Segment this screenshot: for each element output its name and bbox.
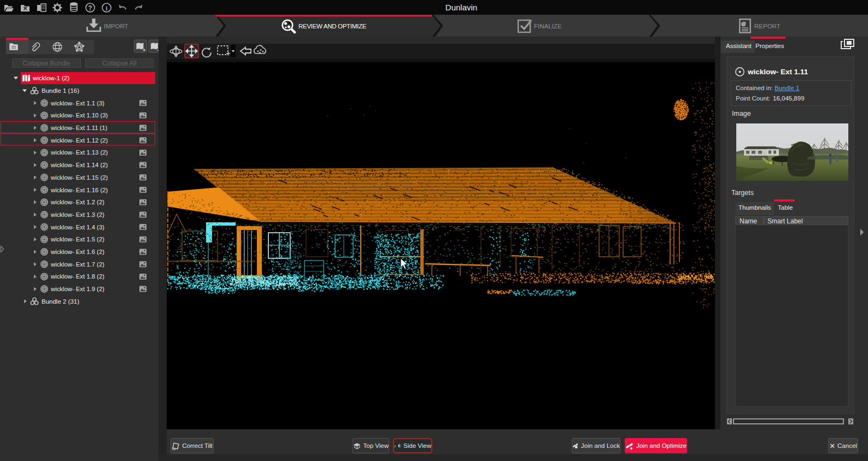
svg-text:wicklow- Ext 1.7 (2): wicklow- Ext 1.7 (2) xyxy=(50,261,104,268)
svg-text:wicklow- Ext 1.10 (3): wicklow- Ext 1.10 (3) xyxy=(50,112,108,119)
svg-text:wicklow- Ext 1.1 (3): wicklow- Ext 1.1 (3) xyxy=(50,100,104,107)
svg-text:REPORT: REPORT xyxy=(754,23,781,29)
svg-text:FINALIZE: FINALIZE xyxy=(534,23,562,29)
svg-text:wicklow- Ext 1.15 (2): wicklow- Ext 1.15 (2) xyxy=(50,174,108,181)
svg-text:wicklow- Ext 1.5 (2): wicklow- Ext 1.5 (2) xyxy=(50,236,104,243)
svg-text:Bundle 2 (31): Bundle 2 (31) xyxy=(42,298,79,305)
svg-text:wicklow- Ext 1.16 (2): wicklow- Ext 1.16 (2) xyxy=(50,187,108,193)
svg-text:wicklow- Ext 1.4 (3): wicklow- Ext 1.4 (3) xyxy=(50,224,104,230)
svg-text:wicklow-1 (2): wicklow-1 (2) xyxy=(32,75,69,81)
svg-text:wicklow- Ext 1.2 (2): wicklow- Ext 1.2 (2) xyxy=(50,199,104,205)
svg-text:wicklow- Ext 1.9 (2): wicklow- Ext 1.9 (2) xyxy=(50,286,104,292)
svg-text:wicklow- Ext 1.13 (2): wicklow- Ext 1.13 (2) xyxy=(50,149,108,156)
svg-text:wicklow- Ext 1.3 (2): wicklow- Ext 1.3 (2) xyxy=(50,211,104,218)
svg-text:Bundle 1 (16): Bundle 1 (16) xyxy=(42,87,79,94)
svg-text:wicklow- Ext 1.8 (2): wicklow- Ext 1.8 (2) xyxy=(50,273,104,280)
svg-text:wicklow- Ext 1.14 (2): wicklow- Ext 1.14 (2) xyxy=(50,162,108,168)
svg-text:wicklow- Ext 1.12 (2): wicklow- Ext 1.12 (2) xyxy=(50,137,108,144)
svg-text:wicklow- Ext 1.11 (1): wicklow- Ext 1.11 (1) xyxy=(50,125,108,131)
svg-text:REVIEW AND OPTIMIZE: REVIEW AND OPTIMIZE xyxy=(298,23,367,29)
svg-text:wicklow- Ext 1.6 (2): wicklow- Ext 1.6 (2) xyxy=(50,249,104,255)
